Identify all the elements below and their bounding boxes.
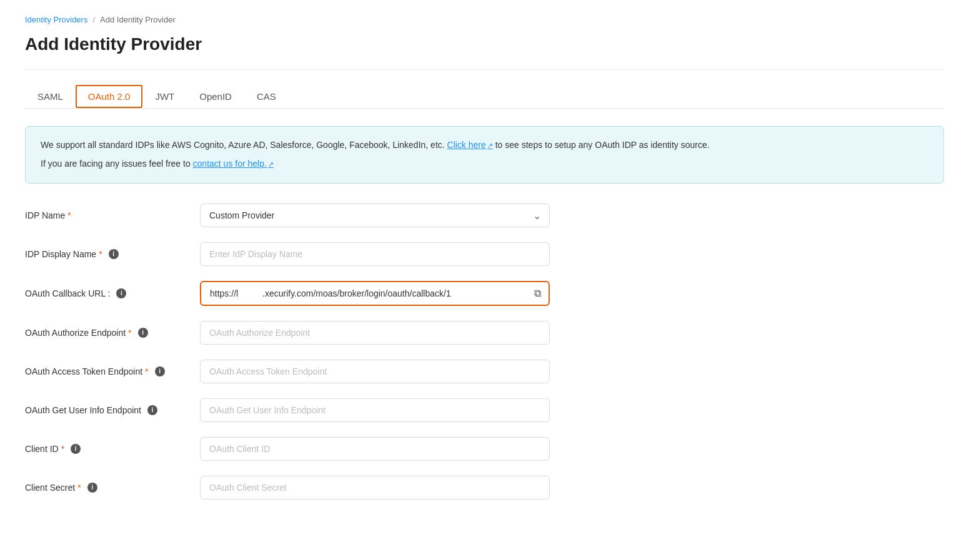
info-box-line2: If you are facing any issues feel free t… (41, 157, 928, 172)
oauth-access-token-endpoint-input[interactable] (200, 360, 550, 383)
label-client-secret: Client Secret* i (25, 483, 200, 493)
tab-saml[interactable]: SAML (25, 85, 76, 108)
required-star-client-secret: * (77, 483, 81, 493)
oauth-callback-url-input[interactable] (201, 282, 527, 305)
label-oauth-callback-url: OAuth Callback URL : i (25, 288, 200, 298)
info-text-1: We support all standard IDPs like AWS Co… (41, 140, 447, 150)
info-text-3: If you are facing any issues feel free t… (41, 159, 193, 169)
label-oauth-get-user-info: OAuth Get User Info Endpoint i (25, 405, 200, 415)
breadcrumb-current: Add Identity Provider (100, 15, 176, 24)
info-icon-oauth-callback[interactable]: i (116, 288, 126, 298)
required-star-idp-display-name: * (99, 249, 102, 259)
info-box-line1: We support all standard IDPs like AWS Co… (41, 138, 928, 153)
click-here-link[interactable]: Click here↗ (447, 140, 493, 150)
required-star-client-id: * (61, 444, 64, 454)
oauth-access-token-endpoint-wrapper (200, 360, 550, 383)
label-idp-display-name: IDP Display Name* i (25, 249, 200, 259)
form-row-oauth-callback-url: OAuth Callback URL : i ⧉ (25, 281, 944, 306)
client-id-input[interactable] (200, 437, 550, 461)
client-id-wrapper (200, 437, 550, 461)
idp-display-name-wrapper (200, 242, 550, 266)
label-oauth-authorize-endpoint: OAuth Authorize Endpoint* i (25, 328, 200, 338)
tab-openid[interactable]: OpenID (187, 85, 244, 108)
oauth-get-user-info-input[interactable] (200, 398, 550, 422)
oauth-authorize-endpoint-wrapper (200, 321, 550, 345)
idp-display-name-input[interactable] (200, 242, 550, 266)
external-link-icon-2: ↗ (268, 160, 274, 168)
info-icon-client-secret[interactable]: i (87, 483, 97, 493)
form-row-oauth-authorize-endpoint: OAuth Authorize Endpoint* i (25, 321, 944, 345)
info-icon-idp-display-name[interactable]: i (109, 249, 119, 259)
required-star-oauth-authorize: * (128, 328, 131, 338)
idp-name-select[interactable]: Custom Provider AWS Cognito Azure AD Sal… (200, 204, 550, 227)
info-icon-oauth-access-token[interactable]: i (155, 366, 165, 376)
required-star-idp-name: * (67, 210, 71, 220)
info-box: We support all standard IDPs like AWS Co… (25, 126, 944, 184)
oauth-get-user-info-wrapper (200, 398, 550, 422)
tab-cas[interactable]: CAS (244, 85, 289, 108)
client-secret-input[interactable] (200, 476, 550, 499)
section-divider (25, 69, 944, 70)
breadcrumb-parent-link[interactable]: Identity Providers (25, 15, 87, 24)
external-link-icon-1: ↗ (487, 142, 493, 149)
form-row-client-secret: Client Secret* i (25, 476, 944, 499)
label-client-id: Client ID* i (25, 444, 200, 454)
breadcrumb: Identity Providers / Add Identity Provid… (25, 15, 944, 24)
form-row-idp-name: IDP Name* Custom Provider AWS Cognito Az… (25, 204, 944, 227)
idp-name-select-wrapper: Custom Provider AWS Cognito Azure AD Sal… (200, 204, 550, 227)
breadcrumb-separator: / (92, 15, 95, 24)
info-text-2: to see steps to setup any OAuth IDP as i… (493, 140, 710, 150)
copy-icon[interactable]: ⧉ (527, 283, 549, 304)
oauth-authorize-endpoint-input[interactable] (200, 321, 550, 345)
idp-name-wrapper: Custom Provider AWS Cognito Azure AD Sal… (200, 204, 550, 227)
info-icon-oauth-authorize[interactable]: i (138, 328, 148, 338)
required-star-oauth-access-token: * (145, 366, 148, 376)
tab-jwt[interactable]: JWT (142, 85, 187, 108)
tab-oauth2[interactable]: OAuth 2.0 (76, 85, 143, 108)
label-oauth-access-token-endpoint: OAuth Access Token Endpoint* i (25, 366, 200, 376)
client-secret-wrapper (200, 476, 550, 499)
tabs-container: SAML OAuth 2.0 JWT OpenID CAS (25, 85, 944, 109)
page-title: Add Identity Provider (25, 34, 944, 54)
form-row-client-id: Client ID* i (25, 437, 944, 461)
form-section: IDP Name* Custom Provider AWS Cognito Az… (25, 204, 944, 527)
label-idp-name: IDP Name* (25, 210, 200, 220)
contact-us-link[interactable]: contact us for help.↗ (193, 159, 274, 169)
info-icon-oauth-user-info[interactable]: i (147, 405, 157, 415)
form-row-oauth-get-user-info: OAuth Get User Info Endpoint i (25, 398, 944, 422)
form-row-idp-display-name: IDP Display Name* i (25, 242, 944, 266)
callback-url-box: ⧉ (200, 281, 550, 306)
page-container: Identity Providers / Add Identity Provid… (0, 0, 969, 542)
form-row-oauth-access-token-endpoint: OAuth Access Token Endpoint* i (25, 360, 944, 383)
oauth-callback-url-wrapper: ⧉ (200, 281, 550, 306)
info-icon-client-id[interactable]: i (71, 444, 81, 454)
